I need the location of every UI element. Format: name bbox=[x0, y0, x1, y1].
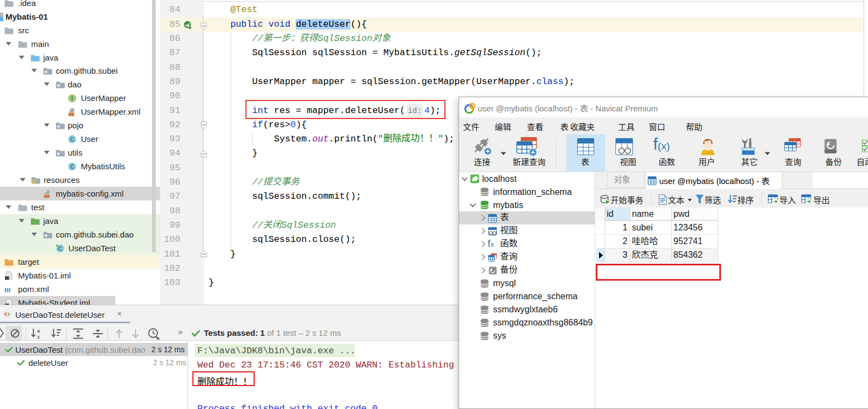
svg-text:I: I bbox=[72, 95, 73, 102]
svg-text:z: z bbox=[37, 334, 40, 340]
svg-text:<>: <> bbox=[44, 194, 50, 198]
svg-text:C: C bbox=[70, 136, 74, 143]
svg-text:m: m bbox=[4, 286, 11, 293]
svg-text:<>: <> bbox=[69, 112, 74, 116]
svg-text:a: a bbox=[37, 328, 40, 334]
svg-text:C: C bbox=[70, 163, 74, 170]
